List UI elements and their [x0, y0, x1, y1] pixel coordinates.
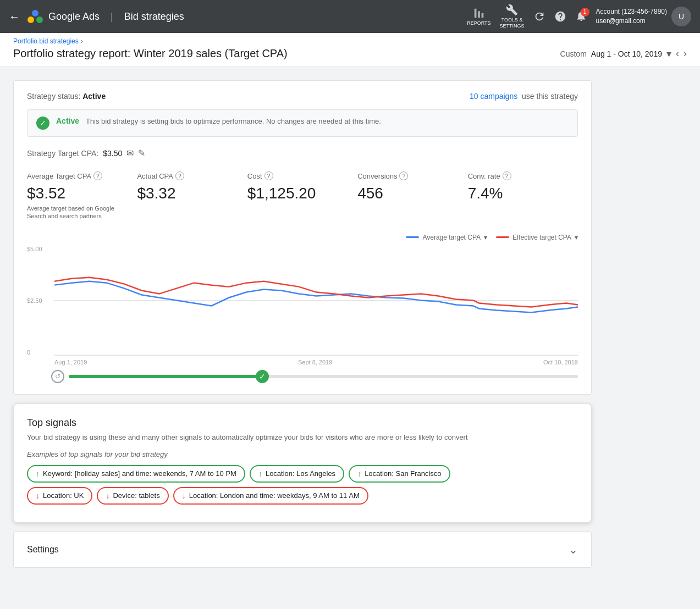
target-label: Strategy Target CPA: — [27, 149, 98, 158]
progress-track: ✓ — [69, 375, 578, 378]
signal-up-arrow-icon: ↑ — [36, 469, 40, 478]
breadcrumb: Portfolio bid strategies › — [13, 37, 687, 45]
chart-svg — [54, 246, 578, 356]
active-banner: ✓ Active This bid strategy is setting bi… — [27, 109, 578, 137]
refresh-icon — [533, 10, 545, 23]
reports-label: REPORTS — [467, 20, 490, 26]
back-button[interactable]: ← — [9, 10, 20, 23]
conversions-help-icon[interactable]: ? — [399, 171, 408, 180]
settings-title: Settings — [27, 545, 59, 555]
breadcrumb-bar: Portfolio bid strategies › Portfolio str… — [0, 33, 700, 67]
top-signals-title: Top signals — [27, 417, 578, 429]
signal-tablets-label: Device: tablets — [113, 491, 159, 500]
signal-chip-london[interactable]: ↓ Location: London and time: weekdays, 9… — [173, 487, 368, 505]
legend-effective-target-cpa-dropdown[interactable]: ▾ — [575, 234, 578, 241]
x-label-oct: Oct 10, 2019 — [543, 359, 578, 366]
legend-avg-target-cpa[interactable]: Average target CPA ▾ — [406, 234, 487, 241]
strategy-target-row: Strategy Target CPA: $3.50 ✉ ✎ — [27, 148, 578, 158]
target-edit-icon[interactable]: ✎ — [138, 148, 145, 158]
metric-actual-cpa: Actual CPA ? $3.32 — [137, 171, 247, 220]
refresh-button[interactable] — [533, 10, 545, 23]
metric-label-text: Actual CPA — [137, 172, 173, 180]
metric-conversions-value: 456 — [357, 185, 459, 202]
negative-signals-row: ↓ Location: UK ↓ Device: tablets ↓ Locat… — [27, 487, 578, 505]
top-signals-subtitle: Examples of top signals for your bid str… — [27, 450, 578, 458]
signal-chip-keyword[interactable]: ↑ Keyword: [holiday sales] and time: wee… — [27, 465, 245, 483]
progress-fill — [69, 375, 262, 378]
account-text: Account (123-456-7890) user@gmail.com — [596, 7, 667, 26]
settings-card[interactable]: Settings ⌄ — [13, 532, 592, 568]
page-title-row: Portfolio strategy report: Winter 2019 s… — [13, 47, 687, 67]
signal-sf-label: Location: San Francisco — [365, 469, 441, 478]
brand-name: Google Ads — [48, 11, 100, 23]
legend-effective-target-cpa[interactable]: Effective target CPA ▾ — [496, 234, 578, 241]
google-ads-logo-icon — [26, 8, 44, 25]
active-banner-content: Active This bid strategy is setting bids… — [56, 117, 381, 125]
account-avatar[interactable]: U — [671, 7, 691, 26]
reports-button[interactable]: REPORTS — [467, 7, 490, 26]
main-content: Strategy status: Active 10 campaigns use… — [0, 67, 605, 581]
target-email-icon[interactable]: ✉ — [126, 148, 134, 158]
progress-start-icon: ↺ — [51, 370, 64, 383]
metric-avg-target-cpa-value: $3.52 — [27, 185, 128, 202]
chart-x-labels: Aug 1, 2019 Sept 8, 2019 Oct 10, 2019 — [54, 359, 578, 366]
settings-chevron-icon: ⌄ — [569, 543, 578, 556]
active-status-icon: ✓ — [36, 117, 49, 130]
svg-point-2 — [32, 10, 38, 16]
y-label-5: $5.00 — [27, 246, 50, 252]
avg-target-cpa-help-icon[interactable]: ? — [93, 171, 102, 180]
signal-down-arrow-icon: ↓ — [106, 491, 109, 500]
metric-actual-cpa-value: $3.32 — [137, 185, 238, 202]
status-label: Strategy status: — [27, 92, 80, 101]
tools-icon — [506, 4, 518, 16]
signal-down-arrow-icon: ↓ — [36, 491, 40, 500]
tools-settings-button[interactable]: TOOLS & SETTINGS — [500, 4, 525, 29]
metric-cost-label: Cost ? — [247, 171, 349, 180]
signal-up-arrow-icon: ↑ — [258, 469, 262, 478]
signal-chip-la[interactable]: ↑ Location: Los Angeles — [250, 465, 344, 483]
actual-cpa-help-icon[interactable]: ? — [175, 171, 184, 180]
metric-avg-target-cpa: Average Target CPA ? $3.52 Average targe… — [27, 171, 137, 220]
breadcrumb-parent[interactable]: Portfolio bid strategies — [13, 37, 79, 45]
svg-rect-4 — [478, 11, 480, 18]
y-label-250: $2.50 — [27, 297, 50, 304]
signal-la-label: Location: Los Angeles — [266, 469, 335, 478]
campaigns-text: 10 campaigns use this strategy — [470, 92, 578, 101]
metric-conversions: Conversions ? 456 — [357, 171, 467, 220]
signal-chip-uk[interactable]: ↓ Location: UK — [27, 487, 92, 505]
legend-avg-target-cpa-label: Average target CPA — [422, 234, 481, 241]
signal-london-label: Location: London and time: weekdays, 9 A… — [189, 491, 360, 500]
campaigns-link[interactable]: 10 campaigns — [470, 92, 517, 101]
progress-bar-row: ↺ ✓ — [51, 370, 578, 383]
conv-rate-help-icon[interactable]: ? — [503, 171, 511, 180]
legend-avg-target-cpa-line — [406, 236, 419, 238]
y-label-0: 0 — [27, 349, 50, 356]
target-value: $3.50 — [103, 149, 122, 158]
chart-area: $5.00 $2.50 0 — [27, 246, 578, 356]
legend-avg-target-cpa-dropdown[interactable]: ▾ — [484, 234, 487, 241]
legend-effective-target-cpa-line — [496, 236, 509, 238]
metric-cost: Cost ? $1,125.20 — [247, 171, 357, 220]
date-prev-button[interactable]: ‹ — [676, 48, 679, 59]
metric-avg-target-cpa-note: Average target based on Google Search an… — [27, 204, 128, 220]
signal-chip-tablets[interactable]: ↓ Device: tablets — [97, 487, 168, 505]
app-header: ← Google Ads | Bid strategies REPORTS TO… — [0, 0, 700, 33]
metric-avg-target-cpa-label: Average Target CPA ? — [27, 171, 128, 180]
reports-icon — [473, 7, 485, 19]
svg-rect-3 — [475, 8, 477, 18]
campaigns-suffix: use this strategy — [522, 92, 578, 101]
metric-cost-value: $1,125.20 — [247, 185, 349, 202]
notification-button[interactable]: 1 — [575, 10, 587, 24]
cost-help-icon[interactable]: ? — [264, 171, 273, 180]
strategy-status-row: Strategy status: Active 10 campaigns use… — [27, 92, 578, 101]
account-number: Account (123-456-7890) — [596, 7, 667, 16]
date-next-button[interactable]: › — [684, 48, 687, 59]
top-signals-card: Top signals Your bid strategy is using t… — [13, 403, 592, 523]
signal-down-arrow-icon: ↓ — [182, 491, 186, 500]
legend-effective-target-cpa-label: Effective target CPA — [512, 234, 571, 241]
top-signals-desc: Your bid strategy is using these and man… — [27, 433, 578, 441]
help-button[interactable] — [554, 10, 566, 23]
date-dropdown-button[interactable]: ▾ — [666, 48, 671, 60]
header-divider: | — [111, 11, 113, 23]
signal-chip-sf[interactable]: ↑ Location: San Francisco — [349, 465, 450, 483]
